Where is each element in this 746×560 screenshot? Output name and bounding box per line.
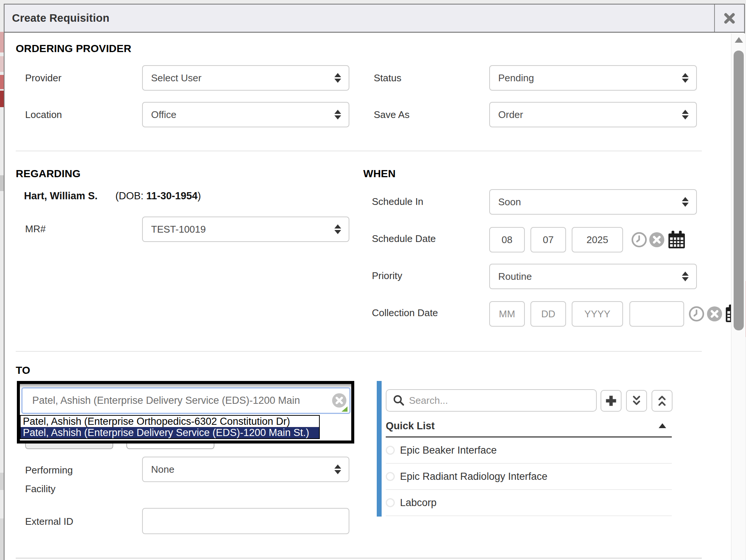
expand-all-button[interactable] — [626, 390, 647, 412]
collection-day-input[interactable] — [530, 301, 566, 327]
recipient-suggestion-list: Patel, Ashish (Enterprise Orthopedics-63… — [20, 415, 320, 439]
dob-suffix: ) — [198, 190, 201, 202]
section-heading-when: WHEN — [363, 168, 395, 180]
select-arrows-icon — [682, 110, 689, 119]
quick-list-item[interactable]: Epic Beaker Interface — [386, 438, 672, 464]
quick-list-heading: Quick List — [386, 420, 435, 432]
dob-prefix: (DOB: — [115, 190, 147, 202]
external-id-label: External ID — [25, 516, 73, 527]
collection-year-input[interactable] — [572, 301, 623, 327]
create-requisition-dialog: Create Requisition ORDERING PROVIDER Pro… — [4, 4, 745, 560]
double-chevron-up-icon — [656, 394, 668, 407]
radio-icon[interactable] — [386, 498, 395, 507]
divider — [16, 151, 702, 151]
calendar-icon[interactable] — [667, 230, 686, 249]
panel-accent-bar — [377, 381, 382, 517]
schedule-in-label: Schedule In — [372, 196, 423, 208]
provider-label: Provider — [25, 72, 61, 84]
annotation-highlight-box: Patel, Ashish (Enterprise Orthopedics-63… — [17, 381, 354, 444]
patient-line: Hart, William S. (DOB: 11-30-1954) — [24, 190, 201, 202]
background-fragment — [0, 91, 4, 107]
select-arrows-icon — [682, 197, 689, 207]
save-as-select[interactable]: Order — [489, 102, 697, 127]
collection-time-input[interactable] — [629, 301, 684, 327]
close-icon — [724, 12, 736, 24]
location-label: Location — [25, 109, 62, 121]
schedule-in-select[interactable]: Soon — [489, 189, 697, 215]
collapse-triangle-icon[interactable] — [659, 423, 666, 428]
schedule-year-input[interactable] — [572, 227, 623, 252]
save-as-label: Save As — [374, 109, 409, 121]
obscured-button-fragment[interactable] — [25, 444, 113, 449]
suggestion-item-selected[interactable]: Patel, Ashish (Enterprise Delivery Servi… — [21, 427, 319, 438]
priority-label: Priority — [372, 270, 402, 282]
scrollbar[interactable] — [731, 33, 746, 560]
dialog-titlebar: Create Requisition — [4, 4, 744, 33]
scroll-up-icon[interactable] — [735, 37, 743, 43]
divider — [16, 351, 702, 352]
background-fragment — [0, 175, 4, 191]
clear-circle-icon[interactable] — [649, 232, 665, 248]
input-clear-icon[interactable] — [332, 393, 347, 408]
resize-handle-icon[interactable] — [342, 406, 348, 412]
search-icon — [392, 394, 405, 407]
quick-list-item[interactable]: Labcorp — [386, 490, 672, 516]
divider — [16, 558, 702, 559]
schedule-date-label: Schedule Date — [372, 233, 436, 245]
double-chevron-down-icon — [630, 394, 643, 407]
clock-icon[interactable] — [631, 232, 647, 248]
plus-icon — [604, 394, 618, 408]
section-heading-to: TO — [16, 364, 30, 376]
collapse-all-button[interactable] — [652, 390, 673, 412]
quick-list-item[interactable]: Epic Radiant Radiology Interface — [386, 464, 672, 490]
radio-icon[interactable] — [386, 472, 395, 481]
dialog-title: Create Requisition — [4, 12, 109, 24]
status-select[interactable]: Pending — [489, 65, 697, 91]
page: Create Requisition ORDERING PROVIDER Pro… — [0, 0, 746, 560]
radio-icon[interactable] — [386, 446, 395, 455]
search-input[interactable] — [409, 395, 596, 406]
select-arrows-icon — [334, 464, 341, 474]
background-fragment — [0, 75, 4, 89]
select-arrows-icon — [682, 73, 689, 83]
recipient-search-input[interactable] — [21, 387, 351, 414]
section-heading-ordering-provider: ORDERING PROVIDER — [16, 43, 131, 55]
patient-name: Hart, William S. — [24, 190, 97, 202]
select-arrows-icon — [334, 73, 341, 83]
priority-select[interactable]: Routine — [489, 264, 697, 289]
close-button[interactable] — [714, 4, 744, 32]
status-label: Status — [374, 72, 401, 84]
performing-facility-label: Performing Facility — [25, 461, 93, 498]
collection-date-label: Collection Date — [372, 307, 438, 319]
add-button[interactable] — [601, 390, 622, 412]
select-arrows-icon — [682, 272, 689, 281]
collection-month-input[interactable] — [489, 301, 525, 327]
select-arrows-icon — [334, 224, 341, 234]
background-fragment — [0, 473, 4, 490]
background-fragment — [0, 32, 4, 52]
background-fragment — [0, 518, 4, 560]
suggestion-item[interactable]: Patel, Ashish (Enterprise Orthopedics-63… — [21, 416, 319, 427]
scrollbar-thumb[interactable] — [734, 51, 744, 330]
directory-search — [386, 389, 597, 412]
clock-icon[interactable] — [689, 306, 704, 322]
schedule-day-input[interactable] — [530, 227, 566, 252]
select-arrows-icon — [334, 110, 341, 119]
mr-label: MR# — [25, 223, 46, 235]
obscured-button-fragment[interactable] — [126, 444, 214, 449]
performing-facility-select[interactable]: None — [142, 457, 349, 482]
clear-circle-icon[interactable] — [707, 306, 722, 322]
mr-select[interactable]: TEST-10019 — [142, 217, 349, 242]
external-id-input[interactable] — [142, 508, 349, 534]
background-fragment — [0, 56, 4, 72]
location-select[interactable]: Office — [142, 102, 349, 127]
provider-select[interactable]: Select User — [142, 65, 349, 91]
patient-dob: 11-30-1954 — [146, 190, 198, 202]
section-heading-regarding: REGARDING — [16, 168, 81, 180]
schedule-month-input[interactable] — [489, 227, 525, 252]
